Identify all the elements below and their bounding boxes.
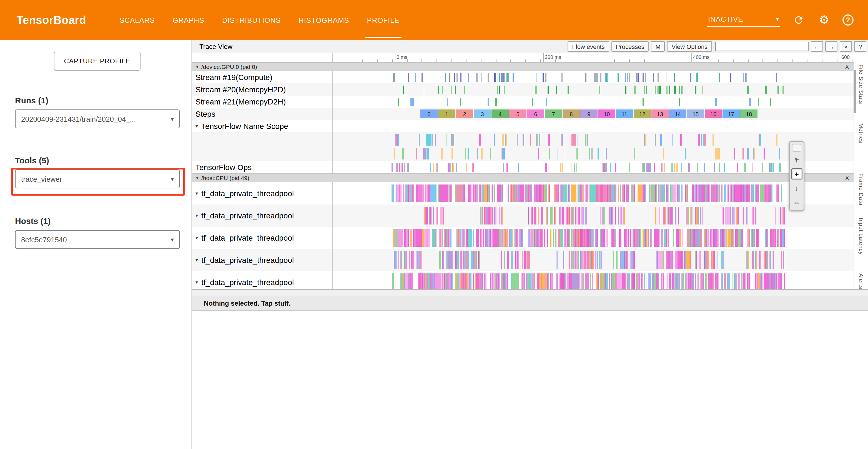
trace-event[interactable] — [563, 251, 564, 269]
trace-event[interactable] — [487, 229, 488, 247]
trace-event[interactable] — [495, 98, 497, 106]
trace-event[interactable] — [427, 229, 428, 247]
step-block[interactable]: 11 — [616, 110, 633, 118]
trace-event[interactable] — [514, 229, 515, 247]
trace-event[interactable] — [560, 207, 561, 224]
trace-event[interactable] — [700, 184, 702, 202]
trace-event[interactable] — [559, 184, 561, 202]
trace-event[interactable] — [685, 148, 686, 159]
trace-event[interactable] — [530, 134, 531, 146]
trace-event[interactable] — [556, 229, 557, 247]
trace-event[interactable] — [403, 273, 404, 289]
trace-event[interactable] — [512, 273, 519, 289]
trace-event[interactable] — [589, 148, 590, 159]
trace-event[interactable] — [442, 273, 443, 289]
trace-event[interactable] — [544, 184, 545, 202]
trace-event[interactable] — [455, 273, 457, 289]
trace-event[interactable] — [455, 251, 456, 269]
trace-event[interactable] — [396, 184, 397, 202]
trace-event[interactable] — [607, 184, 608, 202]
trace-event[interactable] — [418, 273, 420, 289]
trace-event[interactable] — [600, 251, 601, 269]
trace-event[interactable] — [633, 273, 635, 289]
trace-event[interactable] — [501, 207, 502, 224]
trace-event[interactable] — [446, 229, 446, 247]
trace-event[interactable] — [419, 134, 420, 146]
trace-event[interactable] — [448, 251, 450, 269]
trace-event[interactable] — [476, 73, 478, 82]
trace-event[interactable] — [747, 148, 747, 159]
trace-event[interactable] — [578, 251, 579, 269]
trace-event[interactable] — [587, 134, 588, 146]
trace-event[interactable] — [491, 207, 492, 224]
trace-event[interactable] — [771, 184, 773, 202]
trace-event[interactable] — [653, 273, 654, 289]
trace-event[interactable] — [437, 207, 438, 224]
trace-event[interactable] — [395, 273, 396, 289]
trace-event[interactable] — [557, 273, 558, 289]
trace-event[interactable] — [480, 273, 481, 289]
trace-event[interactable] — [612, 184, 613, 202]
trace-event[interactable] — [414, 184, 414, 202]
trace-event[interactable] — [616, 273, 617, 289]
trace-event[interactable] — [501, 229, 502, 247]
trace-event[interactable] — [593, 184, 595, 202]
trace-event[interactable] — [538, 148, 539, 159]
trace-event[interactable] — [743, 207, 744, 224]
trace-event[interactable] — [463, 251, 464, 269]
trace-event[interactable] — [683, 273, 683, 289]
trace-event[interactable] — [672, 251, 673, 269]
trace-event[interactable] — [697, 273, 698, 289]
trace-event[interactable] — [618, 184, 619, 202]
trace-event[interactable] — [572, 251, 574, 269]
step-block[interactable]: 3 — [474, 110, 491, 118]
step-block[interactable]: 5 — [509, 110, 526, 118]
trace-event[interactable] — [577, 184, 578, 202]
trace-event[interactable] — [497, 86, 498, 94]
trace-event[interactable] — [597, 273, 599, 289]
step-block[interactable]: 17 — [722, 110, 740, 118]
trace-event[interactable] — [465, 148, 466, 159]
trace-event[interactable] — [402, 86, 403, 94]
trace-event[interactable] — [651, 184, 655, 202]
trace-event[interactable] — [618, 207, 619, 224]
trace-event[interactable] — [621, 207, 622, 224]
trace-event[interactable] — [573, 207, 574, 224]
trace-event[interactable] — [402, 148, 404, 159]
trace-event[interactable] — [534, 273, 535, 289]
trace-event[interactable] — [732, 184, 733, 202]
trace-event[interactable] — [700, 251, 701, 269]
trace-event[interactable] — [456, 73, 458, 82]
trace-event[interactable] — [470, 229, 472, 247]
track-label[interactable]: Stream #21(MemcpyD2H) — [192, 96, 332, 108]
trace-event[interactable] — [701, 207, 702, 224]
trace-event[interactable] — [649, 273, 651, 289]
trace-event[interactable] — [676, 273, 677, 289]
trace-event[interactable] — [627, 251, 628, 269]
trace-event[interactable] — [702, 86, 703, 94]
trace-event[interactable] — [758, 184, 759, 202]
trace-event[interactable] — [571, 184, 577, 202]
trace-event[interactable] — [460, 273, 462, 289]
trace-event[interactable] — [494, 229, 499, 247]
trace-event[interactable] — [571, 229, 572, 247]
close-icon[interactable]: X — [845, 175, 849, 181]
trace-event[interactable] — [654, 98, 654, 106]
trace-event[interactable] — [528, 229, 529, 247]
trace-event[interactable] — [476, 251, 476, 269]
trace-event[interactable] — [764, 251, 765, 269]
trace-event[interactable] — [477, 273, 479, 289]
trace-event[interactable] — [627, 184, 629, 202]
trace-event[interactable] — [422, 73, 423, 82]
trace-event[interactable] — [525, 273, 525, 289]
trace-event[interactable] — [597, 251, 598, 269]
trace-event[interactable] — [776, 229, 776, 247]
trace-event[interactable] — [602, 163, 602, 172]
trace-event[interactable] — [522, 184, 523, 202]
pan-left-button[interactable]: ← — [811, 41, 823, 52]
trace-event[interactable] — [482, 184, 483, 202]
trace-event[interactable] — [685, 251, 686, 269]
trace-event[interactable] — [624, 229, 625, 247]
trace-event[interactable] — [663, 184, 664, 202]
trace-event[interactable] — [591, 148, 593, 159]
